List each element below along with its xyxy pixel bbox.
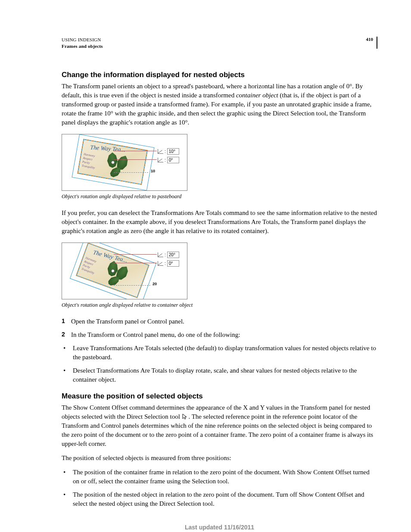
figure-2: The Way Tea... Harmony Respect Purity Tr… — [62, 243, 377, 308]
list-item: The position of the container frame in r… — [62, 468, 377, 486]
list-item: Deselect Transformations Are Totals to d… — [62, 366, 377, 384]
page-number-bar — [377, 37, 377, 49]
figure-1-caption: Object's rotation angle displayed relati… — [62, 193, 377, 200]
heading-nested-objects: Change the information displayed for nes… — [62, 71, 377, 79]
para-deselect-totals: If you prefer, you can deselect the Tran… — [62, 208, 377, 236]
step-item: In the Transform or Control panel menu, … — [62, 330, 377, 339]
connector-line — [114, 159, 157, 160]
direct-selection-tool-icon — [182, 414, 187, 420]
connector-line — [114, 151, 157, 151]
step-text: In the Transform or Control panel menu, … — [71, 330, 240, 339]
connector-line — [114, 263, 157, 263]
figure-1-card-title: The Way Tea... — [90, 144, 126, 153]
list-item: Leave Transformations Are Totals selecte… — [62, 344, 377, 362]
page-header: USING INDESIGN Frames and objects 410 — [62, 37, 377, 50]
list-item: The position of the nested object in rel… — [62, 490, 377, 508]
list-item-text: The position of the nested object in rel… — [73, 490, 377, 508]
figure-2-caption: Object's rotation angle displayed relati… — [62, 302, 377, 308]
document-page: USING INDESIGN Frames and objects 410 Ch… — [0, 0, 411, 532]
figure-1-frame: The Way Tea... Harmony Respect Purity Tr… — [62, 134, 187, 191]
figure-2-frame: The Way Tea... Harmony Respect Purity Tr… — [62, 243, 187, 299]
page-number-block: 410 — [366, 37, 378, 49]
rotation-value-top: 20° — [167, 252, 179, 258]
para-show-content-offset: The Show Content Offset command determin… — [62, 403, 377, 448]
header-left: USING INDESIGN Frames and objects — [62, 37, 103, 50]
para-nested-intro: The Transform panel orients an object to… — [62, 82, 377, 127]
leaf-icon — [107, 152, 118, 168]
rotation-readout-top: : 20° — [158, 252, 179, 258]
angle-icon — [158, 149, 163, 154]
rotation-readout-top: : 10° — [158, 148, 179, 155]
list-item-text: Leave Transformations Are Totals selecte… — [73, 344, 377, 362]
bullets-list-1: Leave Transformations Are Totals selecte… — [62, 344, 377, 384]
baseline-dash — [114, 172, 148, 173]
figure-1-card-words: Harmony Respect Purity Tranquility — [81, 152, 97, 170]
figure-1-outer-frame: The Way Tea... Harmony Respect Purity Tr… — [72, 134, 154, 190]
rotation-readout-bottom: : 0° — [158, 157, 179, 163]
list-item-text: The position of the container frame in r… — [73, 468, 377, 486]
para-nested-intro-italic: container object — [236, 92, 278, 99]
figure-2-card: The Way Tea... Harmony Respect Purity Tr… — [76, 243, 149, 298]
steps-list: Open the Transform panel or Control pane… — [62, 317, 377, 339]
figure-2-outer-frame: The Way Tea... Harmony Respect Purity Tr… — [70, 243, 156, 299]
page-number: 410 — [366, 37, 377, 49]
figure-1: The Way Tea... Harmony Respect Purity Tr… — [62, 134, 377, 200]
connector-line — [114, 254, 157, 255]
footer-last-updated: Last updated 11/16/2011 — [62, 524, 377, 531]
heading-measure-position: Measure the position of selected objects — [62, 392, 377, 401]
figure-1-card: The Way Tea... Harmony Respect Purity Tr… — [77, 139, 148, 185]
angle-icon — [158, 158, 163, 162]
step-item: Open the Transform panel or Control pane… — [62, 317, 377, 326]
baseline-dash — [114, 285, 150, 286]
header-running-title: USING INDESIGN — [62, 37, 103, 43]
angle-icon — [158, 252, 163, 257]
angle-label: 10 — [151, 169, 155, 173]
bullets-list-2: The position of the container frame in r… — [62, 468, 377, 508]
figure-2-card-words: Harmony Respect Purity Tranquility — [81, 256, 99, 275]
rotation-value-bottom: 0° — [167, 260, 179, 267]
header-section-title: Frames and objects — [62, 43, 103, 50]
rotation-value-top: 10° — [167, 148, 179, 155]
rotation-value-bottom: 0° — [167, 157, 179, 163]
step-text: Open the Transform panel or Control pane… — [71, 317, 184, 326]
angle-icon — [158, 261, 163, 266]
angle-label: 20 — [153, 282, 157, 286]
rotation-readout-bottom: : 0° — [158, 260, 179, 267]
para-measured-from: The position of selected objects is meas… — [62, 454, 377, 463]
list-item-text: Deselect Transformations Are Totals to d… — [73, 366, 377, 384]
